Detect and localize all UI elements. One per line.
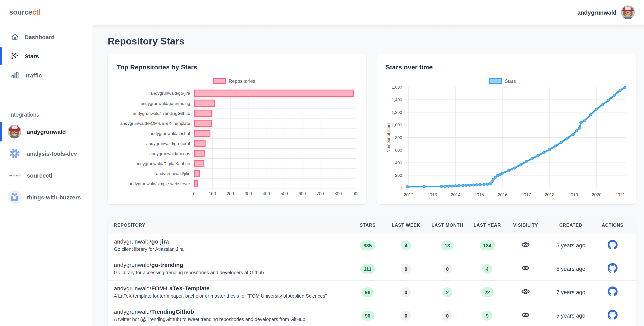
repository-cell: andygrunwald/go-jira Go client library f… — [114, 234, 349, 252]
active-indicator — [0, 122, 2, 142]
bar-chart-title: Top Repositories by Stars — [117, 63, 357, 72]
sidebar-item-stars[interactable]: Stars — [0, 47, 92, 65]
svg-text:2019: 2019 — [568, 192, 578, 197]
integration-item-sourcectl[interactable]: sourcectlsourcectl — [0, 165, 92, 185]
user-menu[interactable]: andygrunwald — [578, 0, 635, 25]
repository-link[interactable]: andygrunwald/FOM-LaTeX-Template — [114, 285, 349, 291]
repository-description: A twitter bot (@TrendingGithub) to tweet… — [114, 317, 349, 322]
svg-text:2015: 2015 — [474, 192, 484, 197]
bar-chart-svg: Repositories0100200300400500600700800900… — [117, 72, 357, 198]
integration-item-label: sourcectl — [27, 172, 52, 179]
table-row-TrendingGithub: andygrunwald/TrendingGithub A twitter bo… — [108, 304, 636, 326]
page-title: Repository Stars — [108, 35, 636, 48]
bar-category-label: andygrunwald/cachet — [150, 131, 190, 136]
actions-cell — [596, 310, 629, 321]
integration-item-analysis-tools-dev[interactable]: analysis-tools-dev — [0, 143, 92, 163]
svg-text:900: 900 — [352, 191, 357, 196]
integration-item-label: things-with-buzzers — [27, 194, 81, 200]
sidebar: DashboardStarsTraffic Integrations andyg… — [0, 25, 92, 326]
sidebar-item-traffic[interactable]: Traffic — [0, 66, 92, 84]
created-cell: 7 years ago — [546, 289, 596, 295]
svg-text:1,000: 1,000 — [392, 123, 402, 127]
svg-text:sourcectl: sourcectl — [8, 174, 20, 177]
sidebar-item-label: Stars — [24, 53, 39, 59]
svg-text:800: 800 — [334, 191, 342, 196]
svg-text:100: 100 — [209, 191, 216, 196]
svg-text:2021: 2021 — [615, 192, 625, 197]
svg-text:2017: 2017 — [521, 192, 531, 197]
repository-link[interactable]: andygrunwald/go-trending — [114, 261, 349, 268]
svg-text:700: 700 — [316, 191, 324, 196]
svg-text:2012: 2012 — [404, 192, 414, 197]
bar-andygrunwald/simple-webserver — [195, 180, 198, 187]
github-icon[interactable] — [608, 240, 618, 251]
last-year-badge: 4 — [482, 264, 492, 274]
bar-chart-legend[interactable]: Repositories — [213, 78, 255, 84]
bar-andygrunwald/FOM-LaTeX-Template — [195, 120, 212, 127]
github-icon[interactable] — [608, 310, 618, 321]
last-week-badge: 0 — [401, 311, 411, 321]
bar-andygrunwald/megos — [195, 150, 204, 157]
integration-item-label: andygrunwald — [27, 128, 66, 135]
bar-category-label: andygrunwald/TrendingGithub — [133, 111, 190, 116]
sidebar-item-dashboard[interactable]: Dashboard — [0, 28, 92, 46]
created-cell: 5 years ago — [546, 242, 596, 248]
column-header-actions: ACTIONS — [596, 222, 629, 228]
table-body: andygrunwald/go-jira Go client library f… — [108, 234, 636, 326]
integrations-list: andygrunwaldanalysis-tools-devsourcectls… — [0, 122, 92, 207]
svg-text:1,400: 1,400 — [392, 97, 402, 102]
stars-badge: 111 — [360, 264, 375, 274]
actions-cell — [596, 240, 629, 251]
repository-cell: andygrunwald/FOM-LaTeX-Template A LaTeX … — [114, 281, 349, 299]
bar-andygrunwald/jitic — [195, 170, 199, 177]
buzzers-icon — [8, 190, 22, 204]
user-avatar[interactable] — [621, 5, 635, 19]
eye-icon — [521, 263, 530, 274]
repository-cell: andygrunwald/TrendingGithub A twitter bo… — [114, 304, 349, 322]
bar-category-label: andygrunwald/DigitalKanban — [136, 161, 190, 166]
brand-logo-part2: ctl — [32, 8, 40, 16]
last-week-badge: 0 — [401, 287, 411, 297]
integration-item-things-with-buzzers[interactable]: things-with-buzzers — [0, 187, 92, 207]
bar-andygrunwald/go-trending — [195, 100, 214, 107]
last-month-badge: 13 — [441, 240, 454, 250]
stars-badge: 96 — [362, 311, 374, 321]
svg-text:2018: 2018 — [545, 192, 554, 197]
sidebar-item-label: Traffic — [24, 72, 42, 78]
svg-text:600: 600 — [395, 148, 402, 153]
svg-text:Repositories: Repositories — [229, 78, 255, 84]
last-year-badge: 184 — [480, 240, 495, 250]
user-name: andygrunwald — [578, 9, 616, 16]
integration-item-andygrunwald[interactable]: andygrunwald — [0, 122, 92, 142]
column-header-last-month: LAST MONTH — [426, 222, 469, 228]
svg-text:2020: 2020 — [592, 192, 602, 197]
column-header-created: CREATED — [546, 222, 596, 228]
bar-andygrunwald/DigitalKanban — [195, 160, 204, 167]
last-week-badge: 0 — [401, 264, 411, 274]
bar-chart: Repositories0100200300400500600700800900… — [117, 72, 357, 200]
line-chart-title: Stars over time — [386, 63, 627, 72]
last-year-badge: 22 — [481, 287, 494, 297]
svg-text:1,600: 1,600 — [392, 85, 402, 90]
repository-link[interactable]: andygrunwald/go-jira — [114, 238, 349, 245]
svg-text:2013: 2013 — [427, 192, 437, 197]
brand-logo[interactable]: sourcectl — [9, 0, 41, 25]
line-chart-legend[interactable]: Stars — [489, 78, 516, 84]
column-header-last-week: LAST WEEK — [386, 222, 426, 228]
created-cell: 5 years ago — [546, 266, 596, 272]
stars-badge: 885 — [360, 240, 375, 250]
table-row-go-trending: andygrunwald/go-trending Go library for … — [108, 257, 636, 281]
gear-icon — [8, 147, 22, 160]
github-icon[interactable] — [608, 263, 618, 275]
bar-andygrunwald/TrendingGithub — [195, 110, 212, 117]
eye-icon — [521, 310, 530, 321]
svg-text:2016: 2016 — [498, 192, 508, 197]
line-chart-svg: Stars02004006008001,0001,2001,4001,60020… — [386, 72, 627, 198]
bar-category-label: andygrunwald/go-trending — [140, 101, 190, 106]
repository-link[interactable]: andygrunwald/TrendingGithub — [114, 308, 349, 315]
github-icon[interactable] — [608, 286, 618, 298]
actions-cell — [596, 263, 629, 275]
bar-andygrunwald/go-jira — [195, 90, 354, 97]
bar-category-label: andygrunwald/jitic — [156, 171, 190, 176]
repository-description: Go library for accessing trending reposi… — [114, 270, 349, 275]
